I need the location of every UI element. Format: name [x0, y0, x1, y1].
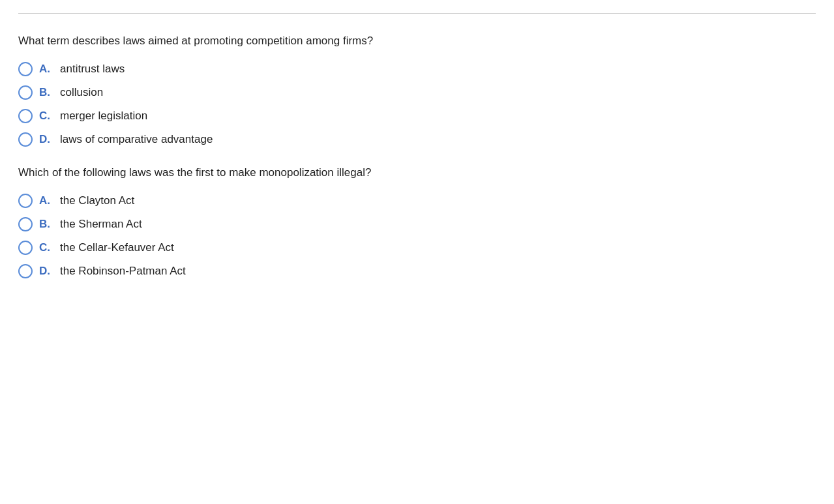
option-text-q1d: laws of comparative advantage	[60, 133, 213, 146]
option-item-q2a[interactable]: A.the Clayton Act	[18, 194, 816, 208]
option-text-q2d: the Robinson-Patman Act	[60, 265, 186, 278]
question-block-1: What term describes laws aimed at promot…	[18, 33, 816, 147]
question-block-2: Which of the following laws was the firs…	[18, 165, 816, 278]
radio-q2d[interactable]	[18, 264, 33, 278]
option-text-q2c: the Cellar-Kefauver Act	[60, 241, 174, 254]
radio-q1b[interactable]	[18, 85, 33, 100]
option-letter-q2d: D.	[39, 265, 55, 278]
option-letter-q1a: A.	[39, 63, 55, 76]
radio-q2b[interactable]	[18, 217, 33, 231]
options-list-1: A.antitrust lawsB.collusionC.merger legi…	[18, 62, 816, 147]
option-letter-q1d: D.	[39, 133, 55, 146]
option-letter-q1c: C.	[39, 110, 55, 123]
option-item-q1b[interactable]: B.collusion	[18, 85, 816, 100]
options-list-2: A.the Clayton ActB.the Sherman ActC.the …	[18, 194, 816, 278]
radio-q1c[interactable]	[18, 109, 33, 123]
option-letter-q2b: B.	[39, 218, 55, 231]
questions-container: What term describes laws aimed at promot…	[18, 33, 816, 278]
option-text-q1b: collusion	[60, 86, 103, 99]
radio-q1a[interactable]	[18, 62, 33, 76]
option-item-q1c[interactable]: C.merger legislation	[18, 109, 816, 123]
option-item-q2b[interactable]: B.the Sherman Act	[18, 217, 816, 231]
radio-q2c[interactable]	[18, 241, 33, 255]
option-text-q1a: antitrust laws	[60, 63, 125, 76]
top-border	[18, 13, 816, 14]
option-letter-q1b: B.	[39, 86, 55, 99]
option-item-q1d[interactable]: D.laws of comparative advantage	[18, 132, 816, 147]
option-item-q1a[interactable]: A.antitrust laws	[18, 62, 816, 76]
option-letter-q2c: C.	[39, 241, 55, 254]
option-item-q2c[interactable]: C.the Cellar-Kefauver Act	[18, 241, 816, 255]
option-text-q2b: the Sherman Act	[60, 218, 142, 231]
question-text-1: What term describes laws aimed at promot…	[18, 33, 816, 49]
radio-q2a[interactable]	[18, 194, 33, 208]
option-text-q2a: the Clayton Act	[60, 194, 134, 207]
option-item-q2d[interactable]: D.the Robinson-Patman Act	[18, 264, 816, 278]
option-letter-q2a: A.	[39, 194, 55, 207]
radio-q1d[interactable]	[18, 132, 33, 147]
question-text-2: Which of the following laws was the firs…	[18, 165, 816, 181]
option-text-q1c: merger legislation	[60, 110, 147, 123]
